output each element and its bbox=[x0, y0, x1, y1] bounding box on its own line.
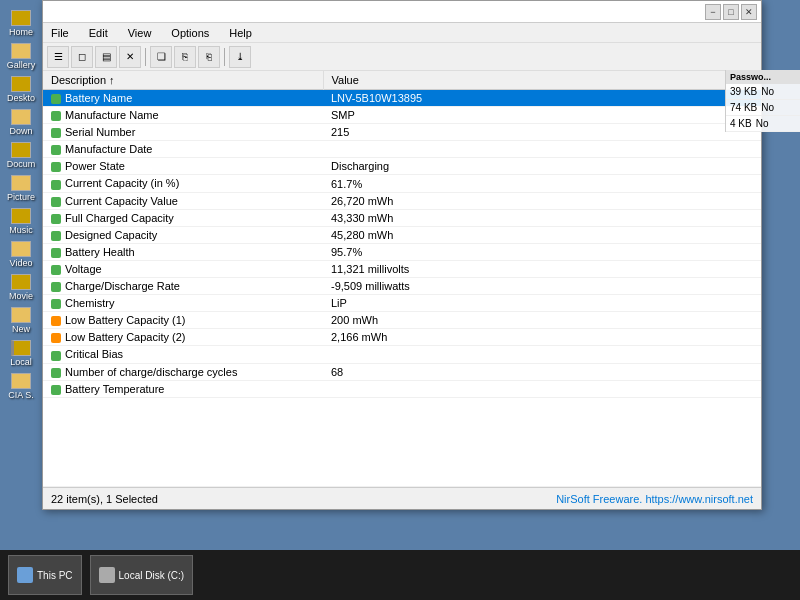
toolbar-btn-2[interactable]: ◻ bbox=[71, 46, 93, 68]
menu-file[interactable]: File bbox=[47, 25, 73, 41]
file-size-3: 4 KB bbox=[730, 118, 752, 129]
description-text: Chemistry bbox=[65, 297, 115, 309]
description-cell: Battery Temperature bbox=[43, 380, 323, 397]
description-text: Low Battery Capacity (1) bbox=[65, 314, 185, 326]
desktop-icon-home[interactable]: Home bbox=[0, 8, 42, 39]
menu-edit[interactable]: Edit bbox=[85, 25, 112, 41]
taskbar: This PC Local Disk (C:) bbox=[0, 550, 800, 600]
taskbar-label-localdisk: Local Disk (C:) bbox=[119, 570, 185, 581]
description-text: Serial Number bbox=[65, 126, 135, 138]
title-bar: − □ ✕ bbox=[43, 1, 761, 23]
value-cell: 215 bbox=[323, 124, 761, 141]
row-icon bbox=[51, 368, 61, 378]
row-icon bbox=[51, 180, 61, 190]
desktop-icon-videos[interactable]: Video bbox=[0, 239, 42, 270]
minimize-button[interactable]: − bbox=[705, 4, 721, 20]
table-row[interactable]: Charge/Discharge Rate-9,509 milliwatts bbox=[43, 278, 761, 295]
file-size-2: 74 KB bbox=[730, 102, 757, 113]
table-row[interactable]: Current Capacity Value26,720 mWh bbox=[43, 192, 761, 209]
table-row[interactable]: Current Capacity (in %)61.7% bbox=[43, 175, 761, 192]
table-row[interactable]: Battery Health95.7% bbox=[43, 243, 761, 260]
value-cell: LNV-5B10W13895 bbox=[323, 90, 761, 107]
description-cell: Number of charge/discharge cycles bbox=[43, 363, 323, 380]
description-cell: Chemistry bbox=[43, 295, 323, 312]
description-cell: Power State bbox=[43, 158, 323, 175]
description-text: Power State bbox=[65, 160, 125, 172]
right-panel: Passwo... 39 KB No 74 KB No 4 KB No bbox=[725, 70, 800, 132]
description-cell: Serial Number bbox=[43, 124, 323, 141]
table-row[interactable]: Low Battery Capacity (1)200 mWh bbox=[43, 312, 761, 329]
right-panel-item-3: 4 KB No bbox=[726, 116, 800, 132]
description-text: Low Battery Capacity (2) bbox=[65, 331, 185, 343]
description-cell: Current Capacity (in %) bbox=[43, 175, 323, 192]
table-row[interactable]: Critical Bias bbox=[43, 346, 761, 363]
value-cell bbox=[323, 346, 761, 363]
description-text: Number of charge/discharge cycles bbox=[65, 366, 237, 378]
table-header-row: Description ↑ Value bbox=[43, 71, 761, 90]
desktop-icon-new[interactable]: New bbox=[0, 305, 42, 336]
value-cell: -9,509 milliwatts bbox=[323, 278, 761, 295]
desktop-icon-documents[interactable]: Docum bbox=[0, 140, 42, 171]
desktop-icon-movies[interactable]: Movie bbox=[0, 272, 42, 303]
file-flag-2: No bbox=[761, 102, 774, 113]
table-row[interactable]: Designed Capacity45,280 mWh bbox=[43, 226, 761, 243]
description-cell: Critical Bias bbox=[43, 346, 323, 363]
col-value[interactable]: Value bbox=[323, 71, 761, 90]
maximize-button[interactable]: □ bbox=[723, 4, 739, 20]
row-icon bbox=[51, 282, 61, 292]
table-row[interactable]: Serial Number215 bbox=[43, 124, 761, 141]
description-cell: Low Battery Capacity (1) bbox=[43, 312, 323, 329]
desktop-icon-downloads[interactable]: Down bbox=[0, 107, 42, 138]
row-icon bbox=[51, 299, 61, 309]
table-row[interactable]: Voltage11,321 millivolts bbox=[43, 260, 761, 277]
table-row[interactable]: Number of charge/discharge cycles68 bbox=[43, 363, 761, 380]
taskbar-item-localdisk[interactable]: Local Disk (C:) bbox=[90, 555, 194, 595]
menu-options[interactable]: Options bbox=[167, 25, 213, 41]
description-text: Full Charged Capacity bbox=[65, 212, 174, 224]
table-row[interactable]: Battery Temperature bbox=[43, 380, 761, 397]
close-button[interactable]: ✕ bbox=[741, 4, 757, 20]
toolbar-btn-3[interactable]: ▤ bbox=[95, 46, 117, 68]
table-area: Description ↑ Value Battery NameLNV-5B10… bbox=[43, 71, 761, 486]
status-count: 22 item(s), 1 Selected bbox=[51, 493, 158, 505]
title-bar-controls: − □ ✕ bbox=[705, 4, 757, 20]
desktop-icon-pictures[interactable]: Picture bbox=[0, 173, 42, 204]
description-text: Designed Capacity bbox=[65, 229, 157, 241]
desktop-icon-local[interactable]: Local bbox=[0, 338, 42, 369]
toolbar-btn-delete[interactable]: ✕ bbox=[119, 46, 141, 68]
toolbar-btn-copy[interactable]: ❏ bbox=[150, 46, 172, 68]
data-table: Description ↑ Value Battery NameLNV-5B10… bbox=[43, 71, 761, 398]
right-panel-item-1: 39 KB No bbox=[726, 84, 800, 100]
table-row[interactable]: Full Charged Capacity43,330 mWh bbox=[43, 209, 761, 226]
table-body: Battery NameLNV-5B10W13895Manufacture Na… bbox=[43, 90, 761, 398]
menu-help[interactable]: Help bbox=[225, 25, 256, 41]
menu-view[interactable]: View bbox=[124, 25, 156, 41]
table-row[interactable]: Manufacture NameSMP bbox=[43, 107, 761, 124]
toolbar-btn-1[interactable]: ☰ bbox=[47, 46, 69, 68]
table-row[interactable]: Manufacture Date bbox=[43, 141, 761, 158]
table-row[interactable]: Battery NameLNV-5B10W13895 bbox=[43, 90, 761, 107]
table-row[interactable]: Low Battery Capacity (2)2,166 mWh bbox=[43, 329, 761, 346]
taskbar-item-thispc[interactable]: This PC bbox=[8, 555, 82, 595]
row-icon bbox=[51, 111, 61, 121]
value-cell: 61.7% bbox=[323, 175, 761, 192]
desktop-icon-desktop[interactable]: Deskto bbox=[0, 74, 42, 105]
toolbar-btn-6[interactable]: ⎗ bbox=[198, 46, 220, 68]
description-cell: Manufacture Date bbox=[43, 141, 323, 158]
toolbar-btn-7[interactable]: ⤓ bbox=[229, 46, 251, 68]
thispc-icon bbox=[17, 567, 33, 583]
description-cell: Battery Name bbox=[43, 90, 323, 107]
sort-indicator: ↑ bbox=[109, 74, 115, 86]
desktop-icon-music[interactable]: Music bbox=[0, 206, 42, 237]
desktop-icon-cia[interactable]: CIA S. bbox=[0, 371, 42, 402]
value-cell: 11,321 millivolts bbox=[323, 260, 761, 277]
row-icon bbox=[51, 145, 61, 155]
table-row[interactable]: ChemistryLiP bbox=[43, 295, 761, 312]
description-text: Battery Name bbox=[65, 92, 132, 104]
toolbar-btn-5[interactable]: ⎘ bbox=[174, 46, 196, 68]
description-text: Manufacture Date bbox=[65, 143, 152, 155]
col-description[interactable]: Description ↑ bbox=[43, 71, 323, 90]
desktop-icon-gallery[interactable]: Gallery bbox=[0, 41, 42, 72]
table-row[interactable]: Power StateDischarging bbox=[43, 158, 761, 175]
value-cell: 26,720 mWh bbox=[323, 192, 761, 209]
